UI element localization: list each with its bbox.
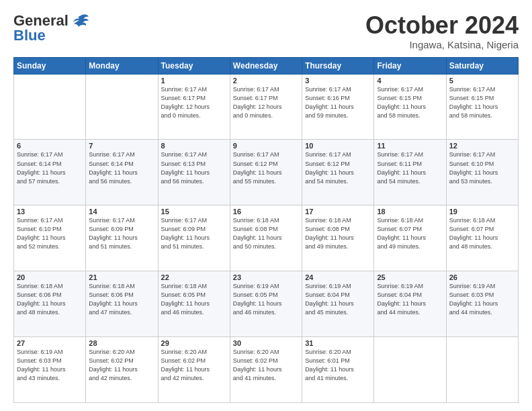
day-number: 2 <box>233 77 299 85</box>
day-number: 31 <box>305 339 371 347</box>
day-number: 6 <box>17 142 83 150</box>
calendar-day-cell: 28Sunrise: 6:20 AM Sunset: 6:02 PM Dayli… <box>86 337 158 403</box>
day-number: 23 <box>233 273 299 281</box>
day-info: Sunrise: 6:17 AM Sunset: 6:13 PM Dayligh… <box>161 150 227 185</box>
calendar-day-cell: 11Sunrise: 6:17 AM Sunset: 6:11 PM Dayli… <box>374 140 446 205</box>
calendar-day-cell <box>14 74 86 140</box>
day-info: Sunrise: 6:17 AM Sunset: 6:10 PM Dayligh… <box>449 150 515 185</box>
calendar-day-cell: 26Sunrise: 6:19 AM Sunset: 6:03 PM Dayli… <box>446 271 518 337</box>
calendar-day-cell: 8Sunrise: 6:17 AM Sunset: 6:13 PM Daylig… <box>158 140 230 205</box>
day-number: 14 <box>89 208 154 216</box>
calendar-day-cell: 20Sunrise: 6:18 AM Sunset: 6:06 PM Dayli… <box>14 271 86 337</box>
day-number: 12 <box>449 142 515 150</box>
logo-blue: Blue <box>13 27 46 44</box>
day-number: 29 <box>161 339 227 347</box>
weekday-header: Sunday <box>14 57 86 74</box>
day-info: Sunrise: 6:17 AM Sunset: 6:11 PM Dayligh… <box>377 150 443 185</box>
day-number: 8 <box>161 142 227 150</box>
calendar-week-row: 27Sunrise: 6:19 AM Sunset: 6:03 PM Dayli… <box>14 337 519 403</box>
day-number: 11 <box>377 142 443 150</box>
calendar-day-cell: 14Sunrise: 6:17 AM Sunset: 6:09 PM Dayli… <box>86 205 158 271</box>
header: General Blue October 2024 Ingawa, Katsin… <box>13 12 519 50</box>
day-number: 26 <box>449 273 515 281</box>
weekday-header: Wednesday <box>230 57 302 74</box>
page-title: October 2024 <box>365 12 519 39</box>
day-info: Sunrise: 6:17 AM Sunset: 6:09 PM Dayligh… <box>161 216 227 251</box>
day-info: Sunrise: 6:18 AM Sunset: 6:06 PM Dayligh… <box>17 282 83 317</box>
day-number: 5 <box>449 77 515 85</box>
calendar-day-cell: 22Sunrise: 6:18 AM Sunset: 6:05 PM Dayli… <box>158 271 230 337</box>
calendar-day-cell: 15Sunrise: 6:17 AM Sunset: 6:09 PM Dayli… <box>158 205 230 271</box>
day-info: Sunrise: 6:19 AM Sunset: 6:04 PM Dayligh… <box>377 282 443 317</box>
calendar-day-cell: 16Sunrise: 6:18 AM Sunset: 6:08 PM Dayli… <box>230 205 302 271</box>
calendar-day-cell: 19Sunrise: 6:18 AM Sunset: 6:07 PM Dayli… <box>446 205 518 271</box>
day-info: Sunrise: 6:18 AM Sunset: 6:06 PM Dayligh… <box>89 282 154 317</box>
day-number: 7 <box>89 142 154 150</box>
calendar-day-cell: 10Sunrise: 6:17 AM Sunset: 6:12 PM Dayli… <box>302 140 374 205</box>
weekday-header: Saturday <box>446 57 518 74</box>
calendar-header-row: SundayMondayTuesdayWednesdayThursdayFrid… <box>14 57 519 74</box>
calendar-day-cell: 30Sunrise: 6:20 AM Sunset: 6:02 PM Dayli… <box>230 337 302 403</box>
day-number: 18 <box>377 208 443 216</box>
calendar-day-cell: 29Sunrise: 6:20 AM Sunset: 6:02 PM Dayli… <box>158 337 230 403</box>
page-subtitle: Ingawa, Katsina, Nigeria <box>365 39 519 50</box>
calendar-day-cell: 3Sunrise: 6:17 AM Sunset: 6:16 PM Daylig… <box>302 74 374 140</box>
page: General Blue October 2024 Ingawa, Katsin… <box>0 0 532 411</box>
day-info: Sunrise: 6:17 AM Sunset: 6:16 PM Dayligh… <box>305 85 371 120</box>
calendar-week-row: 1Sunrise: 6:17 AM Sunset: 6:17 PM Daylig… <box>14 74 519 140</box>
calendar-day-cell: 23Sunrise: 6:19 AM Sunset: 6:05 PM Dayli… <box>230 271 302 337</box>
calendar-day-cell: 12Sunrise: 6:17 AM Sunset: 6:10 PM Dayli… <box>446 140 518 205</box>
calendar-day-cell: 13Sunrise: 6:17 AM Sunset: 6:10 PM Dayli… <box>14 205 86 271</box>
day-info: Sunrise: 6:19 AM Sunset: 6:03 PM Dayligh… <box>449 282 515 317</box>
day-number: 3 <box>305 77 371 85</box>
day-number: 1 <box>161 77 227 85</box>
day-info: Sunrise: 6:17 AM Sunset: 6:10 PM Dayligh… <box>17 216 83 251</box>
day-info: Sunrise: 6:17 AM Sunset: 6:12 PM Dayligh… <box>233 150 299 185</box>
day-number: 13 <box>17 208 83 216</box>
day-info: Sunrise: 6:17 AM Sunset: 6:17 PM Dayligh… <box>233 85 299 120</box>
day-info: Sunrise: 6:20 AM Sunset: 6:02 PM Dayligh… <box>161 348 227 383</box>
day-number: 16 <box>233 208 299 216</box>
calendar-day-cell: 9Sunrise: 6:17 AM Sunset: 6:12 PM Daylig… <box>230 140 302 205</box>
day-number: 27 <box>17 339 83 347</box>
calendar-week-row: 13Sunrise: 6:17 AM Sunset: 6:10 PM Dayli… <box>14 205 519 271</box>
day-number: 22 <box>161 273 227 281</box>
calendar-day-cell: 7Sunrise: 6:17 AM Sunset: 6:14 PM Daylig… <box>86 140 158 205</box>
day-info: Sunrise: 6:20 AM Sunset: 6:02 PM Dayligh… <box>89 348 154 383</box>
calendar-week-row: 6Sunrise: 6:17 AM Sunset: 6:14 PM Daylig… <box>14 140 519 205</box>
day-info: Sunrise: 6:18 AM Sunset: 6:05 PM Dayligh… <box>161 282 227 317</box>
day-info: Sunrise: 6:19 AM Sunset: 6:04 PM Dayligh… <box>305 282 371 317</box>
day-number: 25 <box>377 273 443 281</box>
day-info: Sunrise: 6:17 AM Sunset: 6:09 PM Dayligh… <box>89 216 154 251</box>
calendar-day-cell: 21Sunrise: 6:18 AM Sunset: 6:06 PM Dayli… <box>86 271 158 337</box>
day-info: Sunrise: 6:19 AM Sunset: 6:05 PM Dayligh… <box>233 282 299 317</box>
calendar-day-cell <box>86 74 158 140</box>
calendar-day-cell <box>374 337 446 403</box>
day-info: Sunrise: 6:18 AM Sunset: 6:08 PM Dayligh… <box>305 216 371 251</box>
logo-bird-icon <box>70 13 90 28</box>
title-area: October 2024 Ingawa, Katsina, Nigeria <box>365 12 519 50</box>
calendar-day-cell: 2Sunrise: 6:17 AM Sunset: 6:17 PM Daylig… <box>230 74 302 140</box>
day-info: Sunrise: 6:19 AM Sunset: 6:03 PM Dayligh… <box>17 348 83 383</box>
day-number: 4 <box>377 77 443 85</box>
weekday-header: Tuesday <box>158 57 230 74</box>
calendar-day-cell: 5Sunrise: 6:17 AM Sunset: 6:15 PM Daylig… <box>446 74 518 140</box>
day-number: 17 <box>305 208 371 216</box>
day-number: 21 <box>89 273 154 281</box>
day-info: Sunrise: 6:17 AM Sunset: 6:15 PM Dayligh… <box>449 85 515 120</box>
calendar-day-cell: 4Sunrise: 6:17 AM Sunset: 6:15 PM Daylig… <box>374 74 446 140</box>
calendar-day-cell: 6Sunrise: 6:17 AM Sunset: 6:14 PM Daylig… <box>14 140 86 205</box>
calendar-day-cell: 17Sunrise: 6:18 AM Sunset: 6:08 PM Dayli… <box>302 205 374 271</box>
calendar-day-cell: 18Sunrise: 6:18 AM Sunset: 6:07 PM Dayli… <box>374 205 446 271</box>
calendar-day-cell: 31Sunrise: 6:20 AM Sunset: 6:01 PM Dayli… <box>302 337 374 403</box>
day-number: 24 <box>305 273 371 281</box>
day-number: 28 <box>89 339 154 347</box>
day-number: 10 <box>305 142 371 150</box>
day-number: 9 <box>233 142 299 150</box>
day-info: Sunrise: 6:17 AM Sunset: 6:14 PM Dayligh… <box>89 150 154 185</box>
day-info: Sunrise: 6:18 AM Sunset: 6:07 PM Dayligh… <box>449 216 515 251</box>
day-info: Sunrise: 6:17 AM Sunset: 6:14 PM Dayligh… <box>17 150 83 185</box>
calendar-day-cell: 25Sunrise: 6:19 AM Sunset: 6:04 PM Dayli… <box>374 271 446 337</box>
day-info: Sunrise: 6:18 AM Sunset: 6:07 PM Dayligh… <box>377 216 443 251</box>
calendar-week-row: 20Sunrise: 6:18 AM Sunset: 6:06 PM Dayli… <box>14 271 519 337</box>
